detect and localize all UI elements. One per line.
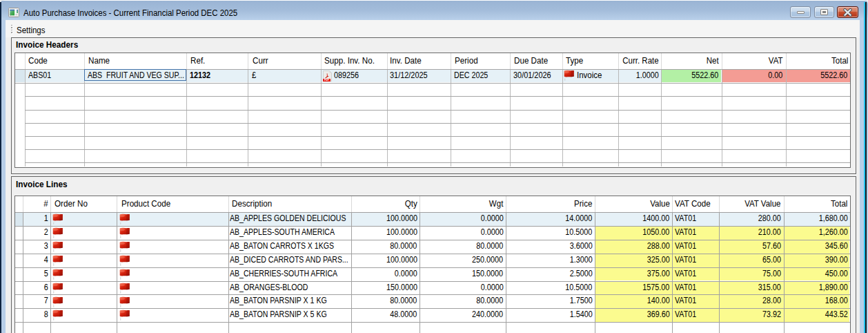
svg-text:PDF: PDF	[324, 79, 329, 82]
